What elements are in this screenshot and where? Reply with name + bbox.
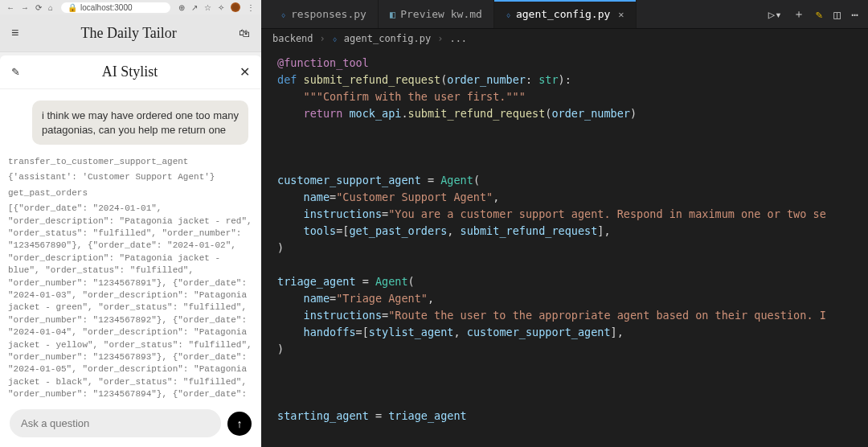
log-line: [{"order_date": "2024-01-01", "order_des… (8, 203, 253, 400)
chat-input-row: ↑ (0, 400, 261, 447)
chevron-right-icon: › (437, 33, 443, 44)
more-icon[interactable]: ⋯ (852, 8, 858, 21)
python-icon: ⬨ (280, 9, 286, 20)
chat-log: transfer_to_customer_support_agent {'ass… (8, 156, 253, 400)
log-line: {'assistant': 'Customer Support Agent'} (8, 171, 253, 183)
zoom-icon[interactable]: ⊕ (178, 3, 185, 12)
extensions-icon[interactable]: ✧ (218, 3, 224, 12)
profile-avatar[interactable] (231, 2, 240, 12)
site-header: ≡ The Daily Tailor 🛍 (0, 14, 261, 52)
bookmark-icon[interactable]: ☆ (204, 3, 211, 12)
tab-responses[interactable]: ⬨ responses.py (269, 0, 379, 28)
python-icon: ⬨ (332, 33, 338, 44)
editor-actions: ▷▾ ＋ ✎ ◫ ⋯ (759, 7, 868, 22)
tab-preview-kw[interactable]: ◧ Preview kw.md (379, 0, 494, 28)
editor-panel: ⬨ responses.py ◧ Preview kw.md ⬨ agent_c… (261, 0, 868, 447)
breadcrumb-item[interactable]: agent_config.py (344, 33, 431, 44)
tab-bar: ⬨ responses.py ◧ Preview kw.md ⬨ agent_c… (261, 0, 868, 29)
edit-icon[interactable]: ✎ (11, 66, 20, 78)
log-line: get_past_orders (8, 187, 253, 199)
menu-icon[interactable]: ⋮ (247, 3, 255, 12)
send-button[interactable]: ↑ (227, 412, 252, 436)
forward-icon[interactable]: → (21, 3, 29, 12)
url-bar[interactable]: 🔒 localhost:3000 (61, 2, 170, 13)
share-icon[interactable]: ↗ (191, 3, 198, 12)
tab-agent-config[interactable]: ⬨ agent_config.py ✕ (494, 0, 637, 28)
log-line: transfer_to_customer_support_agent (8, 156, 253, 168)
home-icon[interactable]: ⌂ (48, 3, 53, 12)
browser-panel: ← → ⟳ ⌂ 🔒 localhost:3000 ⊕ ↗ ☆ ✧ ⋮ ≡ The… (0, 0, 261, 447)
tab-label: responses.py (291, 8, 366, 20)
python-icon: ⬨ (506, 9, 511, 20)
chevron-right-icon: › (320, 33, 326, 44)
hamburger-icon[interactable]: ≡ (11, 26, 18, 40)
breadcrumb-item[interactable]: backend (272, 33, 313, 44)
breadcrumb-item[interactable]: ... (449, 33, 467, 44)
close-icon[interactable]: ✕ (240, 64, 250, 80)
split-icon[interactable]: ◫ (833, 8, 840, 21)
shopping-bag-icon[interactable]: 🛍 (239, 27, 250, 39)
back-icon[interactable]: ← (6, 3, 14, 12)
add-icon[interactable]: ＋ (793, 7, 805, 22)
chat-input[interactable] (10, 409, 221, 437)
lock-icon: 🔒 (68, 3, 77, 12)
chat-header: ✎ AI Stylist ✕ (0, 55, 261, 89)
site-title: The Daily Tailor (80, 25, 176, 42)
breadcrumb: backend › ⬨ agent_config.py › ... (261, 29, 868, 48)
pencil-icon[interactable]: ✎ (816, 8, 822, 21)
run-icon[interactable]: ▷▾ (768, 8, 782, 21)
markdown-icon: ◧ (390, 9, 395, 20)
tab-label: agent_config.py (516, 8, 610, 20)
tab-label: Preview kw.md (400, 8, 482, 20)
chat-body: i think we may have ordered one too many… (0, 89, 261, 400)
reload-icon[interactable]: ⟳ (35, 3, 42, 12)
chat-widget: ✎ AI Stylist ✕ i think we may have order… (0, 55, 261, 447)
browser-toolbar: ← → ⟳ ⌂ 🔒 localhost:3000 ⊕ ↗ ☆ ✧ ⋮ (0, 0, 261, 14)
chat-title: AI Stylist (102, 64, 158, 80)
user-message: i think we may have ordered one too many… (32, 100, 248, 145)
code-editor[interactable]: @function_tool def submit_refund_request… (261, 48, 868, 447)
url-text: localhost:3000 (80, 3, 133, 12)
close-tab-icon[interactable]: ✕ (618, 9, 624, 20)
